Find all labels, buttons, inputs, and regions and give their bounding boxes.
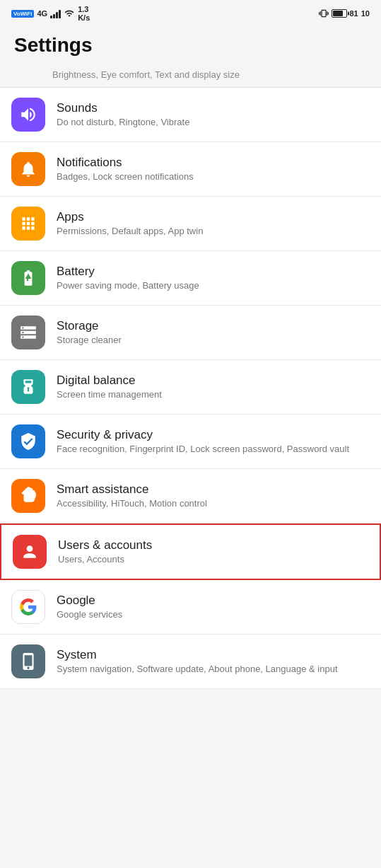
security-privacy-text: Security & privacy Face recognition, Fin… [57, 428, 370, 456]
settings-item-battery[interactable]: Battery Power saving mode, Battery usage [0, 251, 381, 306]
notifications-subtitle: Badges, Lock screen notifications [57, 171, 370, 183]
settings-item-smart-assistance[interactable]: Smart assistance Accessibility, HiTouch,… [0, 469, 381, 523]
settings-item-storage[interactable]: Storage Storage cleaner [0, 306, 381, 360]
status-left: VoWiFi 4G 1.3K/s [11, 5, 90, 22]
settings-list: Sounds Do not disturb, Ringtone, Vibrate… [0, 88, 381, 689]
hand-icon [19, 487, 37, 505]
notifications-text: Notifications Badges, Lock screen notifi… [57, 156, 370, 183]
digital-balance-icon-wrapper [11, 370, 45, 404]
sounds-subtitle: Do not disturb, Ringtone, Vibrate [57, 117, 370, 129]
google-icon-wrapper [11, 590, 45, 624]
settings-item-system[interactable]: System System navigation, Software updat… [0, 635, 381, 689]
notifications-icon-wrapper [11, 152, 45, 186]
sounds-icon-wrapper [11, 98, 45, 132]
person-icon [20, 543, 39, 561]
battery-settings-icon [19, 269, 37, 287]
security-icon-wrapper [11, 424, 45, 458]
status-right: 81 10 [319, 8, 370, 18]
security-privacy-title: Security & privacy [57, 428, 370, 442]
users-accounts-title: Users & accounts [58, 538, 368, 552]
battery-icon-wrapper [11, 261, 45, 295]
battery-text: Battery Power saving mode, Battery usage [57, 265, 370, 292]
notifications-icon [19, 160, 37, 178]
users-accounts-subtitle: Users, Accounts [58, 554, 368, 566]
digital-balance-text: Digital balance Screen time management [57, 374, 370, 401]
apps-subtitle: Permissions, Default apps, App twin [57, 226, 370, 238]
battery-fill [333, 11, 344, 16]
wifi-icon [64, 8, 75, 18]
signal-bars [50, 8, 61, 18]
smart-assistance-title: Smart assistance [57, 482, 370, 497]
system-icon [19, 652, 37, 671]
security-privacy-subtitle: Face recognition, Fingerprint ID, Lock s… [57, 444, 370, 456]
network-speed: 1.3K/s [78, 5, 90, 22]
sounds-text: Sounds Do not disturb, Ringtone, Vibrate [57, 101, 370, 129]
signal-4g: 4G [37, 9, 47, 18]
users-accounts-text: Users & accounts Users, Accounts [58, 538, 368, 566]
battery-percent: 81 [350, 9, 358, 18]
system-title: System [57, 648, 370, 662]
settings-item-users-accounts[interactable]: Users & accounts Users, Accounts [0, 523, 381, 580]
signal-bar-2 [53, 14, 55, 18]
smart-assistance-subtitle: Accessibility, HiTouch, Motion control [57, 498, 370, 510]
storage-title: Storage [57, 319, 370, 333]
status-bar: VoWiFi 4G 1.3K/s 81 10 [0, 0, 381, 25]
apps-title: Apps [57, 210, 370, 224]
users-accounts-icon-wrapper [13, 535, 47, 569]
settings-item-digital-balance[interactable]: Digital balance Screen time management [0, 360, 381, 415]
system-subtitle: System navigation, Software update, Abou… [57, 664, 370, 676]
truncated-breadcrumb: Brightness, Eye comfort, Text and displa… [0, 62, 381, 88]
system-icon-wrapper [11, 644, 45, 678]
storage-icon [19, 323, 37, 342]
settings-item-notifications[interactable]: Notifications Badges, Lock screen notifi… [0, 142, 381, 197]
apps-icon-wrapper [11, 207, 45, 241]
google-title: Google [57, 594, 370, 608]
settings-item-security-privacy[interactable]: Security & privacy Face recognition, Fin… [0, 415, 381, 469]
vowifi-badge: VoWiFi [11, 10, 34, 18]
apps-text: Apps Permissions, Default apps, App twin [57, 210, 370, 238]
sounds-icon [19, 105, 37, 124]
settings-item-sounds[interactable]: Sounds Do not disturb, Ringtone, Vibrate [0, 88, 381, 142]
digital-balance-title: Digital balance [57, 374, 370, 388]
notifications-title: Notifications [57, 156, 370, 170]
signal-bar-3 [56, 12, 58, 18]
shield-icon [19, 432, 37, 451]
google-subtitle: Google services [57, 609, 370, 621]
sounds-title: Sounds [57, 101, 370, 115]
vibrate-icon [319, 8, 329, 18]
storage-text: Storage Storage cleaner [57, 319, 370, 347]
smart-assistance-icon-wrapper [11, 479, 45, 513]
battery-outline [332, 9, 347, 18]
smart-assistance-text: Smart assistance Accessibility, HiTouch,… [57, 482, 370, 510]
digital-balance-subtitle: Screen time management [57, 389, 370, 401]
battery-subtitle: Power saving mode, Battery usage [57, 280, 370, 292]
battery-number: 10 [361, 9, 370, 18]
page-title: Settings [0, 25, 381, 62]
apps-icon [19, 214, 37, 233]
storage-icon-wrapper [11, 316, 45, 349]
settings-item-google[interactable]: Google Google services [0, 580, 381, 635]
battery-title: Battery [57, 265, 370, 279]
signal-bar-4 [59, 10, 61, 18]
google-icon [19, 598, 37, 616]
google-text: Google Google services [57, 594, 370, 621]
signal-bar-1 [50, 16, 52, 18]
storage-subtitle: Storage cleaner [57, 335, 370, 347]
settings-item-apps[interactable]: Apps Permissions, Default apps, App twin [0, 197, 381, 251]
hourglass-icon [19, 378, 37, 396]
system-text: System System navigation, Software updat… [57, 648, 370, 676]
